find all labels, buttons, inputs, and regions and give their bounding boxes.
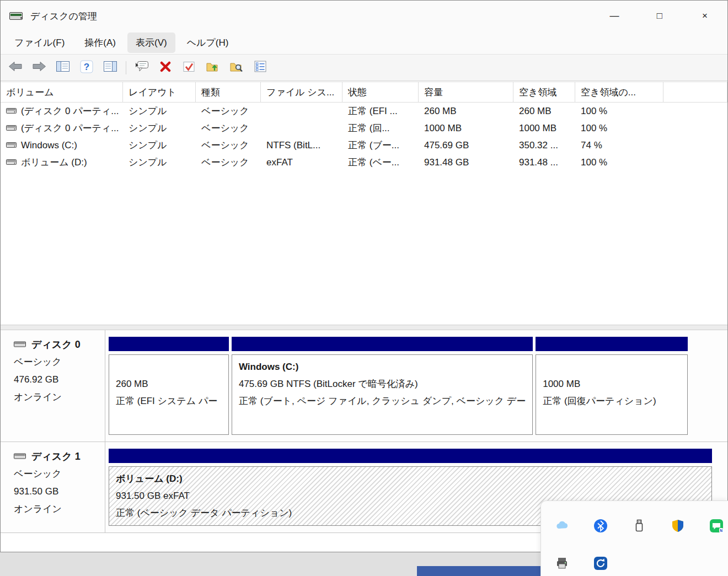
menu-file[interactable]: ファイル(F) — [6, 33, 73, 53]
volume-row-windows-c[interactable]: Windows (C:) シンプル ベーシック NTFS (BitL... 正常… — [1, 137, 727, 154]
pointer-bubble-icon — [135, 61, 148, 74]
partition-color-band — [109, 449, 712, 463]
disk-name: ディスク 0 — [31, 338, 81, 351]
disk-0-label[interactable]: ディスク 0 ベーシック 476.92 GB オンライン — [1, 330, 105, 442]
disk-size: 931.50 GB — [14, 483, 105, 500]
cell-status: 正常 (EFI ... — [342, 103, 419, 120]
sync-app-icon[interactable] — [593, 556, 608, 570]
volume-icon — [6, 157, 17, 168]
partition-color-band — [109, 337, 229, 351]
disk-status: オンライン — [14, 389, 105, 406]
disk-name: ディスク 1 — [31, 450, 81, 463]
column-status[interactable]: 状態 — [342, 82, 419, 102]
cell-volume: (ディスク 0 パーティ... — [21, 122, 119, 134]
windows-security-shield-icon[interactable] — [671, 519, 685, 533]
cell-layout: シンプル — [123, 154, 196, 171]
column-filler — [663, 82, 727, 102]
column-free-percent[interactable]: 空き領域の... — [575, 82, 663, 102]
column-filesystem[interactable]: ファイル シス... — [261, 82, 342, 102]
cell-capacity: 931.48 GB — [419, 154, 513, 171]
action-pane-icon — [104, 61, 117, 74]
open-button[interactable] — [205, 60, 221, 76]
help-icon: ? — [80, 60, 93, 76]
menu-view[interactable]: 表示(V) — [127, 33, 175, 53]
system-tray-flyout: N — [540, 500, 728, 576]
context-help-button[interactable] — [133, 60, 150, 76]
partition-efi-system[interactable]: 260 MB 正常 (EFI システム パー — [109, 337, 229, 435]
partition-windows-c[interactable]: Windows (C:) 475.69 GB NTFS (BitLocker で… — [232, 337, 533, 435]
column-layout[interactable]: レイアウト — [123, 82, 196, 102]
bluetooth-icon[interactable] — [593, 519, 608, 533]
cell-filesystem — [261, 120, 342, 137]
disk-0-graph: 260 MB 正常 (EFI システム パー Windows (C:) 475.… — [105, 330, 727, 442]
usb-drive-icon[interactable] — [632, 519, 646, 533]
cell-type: ベーシック — [196, 154, 261, 171]
cell-free: 350.32 ... — [513, 137, 575, 154]
delete-x-icon — [160, 61, 171, 74]
show-console-tree-button[interactable] — [55, 60, 71, 76]
svg-text:?: ? — [84, 61, 89, 72]
cell-free: 1000 MB — [513, 120, 575, 137]
volume-row-recovery[interactable]: (ディスク 0 パーティ... シンプル ベーシック 正常 (回... 1000… — [1, 120, 727, 137]
cell-layout: シンプル — [123, 137, 196, 154]
mark-partition-active-button[interactable] — [181, 60, 197, 76]
volume-row-d[interactable]: ボリューム (D:) シンプル ベーシック exFAT 正常 (ベー... 93… — [1, 154, 727, 171]
volume-row-efi[interactable]: (ディスク 0 パーティ... シンプル ベーシック 正常 (EFI ... 2… — [1, 103, 727, 120]
cell-volume: Windows (C:) — [21, 140, 77, 151]
cell-free: 260 MB — [513, 103, 575, 120]
cell-free-percent: 100 % — [575, 154, 663, 171]
volume-icon — [6, 123, 17, 134]
show-action-pane-button[interactable] — [102, 60, 119, 76]
cell-filesystem — [261, 103, 342, 120]
close-button[interactable]: × — [682, 1, 727, 31]
partition-status: 正常 (回復パーティション) — [543, 392, 681, 410]
cell-layout: シンプル — [123, 103, 196, 120]
svg-text:N: N — [720, 529, 722, 532]
taskbar-accent — [417, 566, 540, 576]
disk-icon — [14, 339, 26, 351]
cell-type: ベーシック — [196, 120, 261, 137]
properties-button[interactable] — [252, 60, 269, 76]
menu-action[interactable]: 操作(A) — [76, 33, 124, 53]
help-button[interactable]: ? — [78, 60, 95, 76]
maximize-button[interactable]: □ — [637, 1, 682, 31]
partition-recovery[interactable]: 1000 MB 正常 (回復パーティション) — [536, 337, 688, 435]
cell-filesystem: exFAT — [261, 154, 342, 171]
column-free-space[interactable]: 空き領域 — [513, 82, 575, 102]
column-type[interactable]: 種類 — [196, 82, 261, 102]
disk-icon — [14, 451, 26, 462]
pane-splitter[interactable] — [1, 325, 727, 330]
column-capacity[interactable]: 容量 — [419, 82, 513, 102]
menu-help[interactable]: ヘルプ(H) — [179, 33, 237, 53]
partition-color-band — [536, 337, 688, 351]
window-controls: — □ × — [592, 1, 727, 31]
storage-device-icon[interactable] — [555, 556, 569, 570]
back-button[interactable] — [7, 60, 24, 76]
delete-volume-button[interactable] — [157, 60, 174, 76]
cell-free: 931.48 ... — [513, 154, 575, 171]
cell-layout: シンプル — [123, 120, 196, 137]
cell-free-percent: 100 % — [575, 103, 663, 120]
forward-button[interactable] — [31, 60, 47, 76]
chat-app-icon[interactable]: N — [709, 519, 724, 533]
onedrive-icon[interactable] — [555, 519, 569, 533]
back-arrow-icon — [9, 62, 22, 73]
partition-color-band — [232, 337, 533, 351]
cell-status: 正常 (ブー... — [342, 137, 419, 154]
volume-list-header: ボリューム レイアウト 種類 ファイル シス... 状態 容量 空き領域 空き領… — [1, 82, 727, 103]
disk-type: ベーシック — [14, 353, 105, 371]
cell-status: 正常 (ベー... — [342, 154, 419, 171]
checkmark-icon — [183, 61, 195, 74]
disk-type: ベーシック — [14, 465, 105, 483]
disk-management-window: ディスクの管理 — □ × ファイル(F) 操作(A) 表示(V) ヘルプ(H) — [0, 0, 728, 552]
partition-size: 475.69 GB NTFS (BitLocker で暗号化済み) — [239, 375, 526, 392]
folder-up-icon — [206, 61, 220, 74]
column-volume[interactable]: ボリューム — [1, 82, 123, 102]
disk-1-label[interactable]: ディスク 1 ベーシック 931.50 GB オンライン — [1, 442, 105, 532]
title-bar: ディスクの管理 — □ × — [1, 1, 727, 31]
cell-type: ベーシック — [196, 103, 261, 120]
explore-button[interactable] — [228, 60, 245, 76]
minimize-button[interactable]: — — [592, 1, 637, 31]
volume-list-pane: ボリューム レイアウト 種類 ファイル シス... 状態 容量 空き領域 空き領… — [1, 82, 727, 325]
disk-size: 476.92 GB — [14, 371, 105, 389]
